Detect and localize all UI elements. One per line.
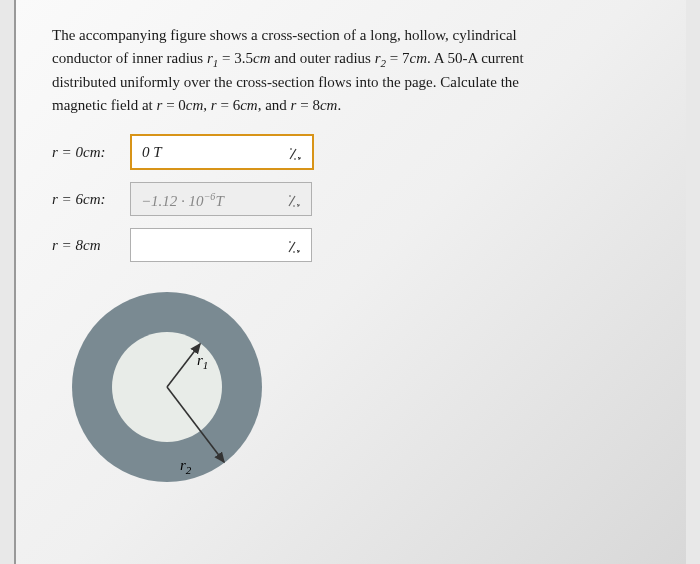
text: conductor of inner radius xyxy=(52,50,207,66)
text: and outer radius xyxy=(271,50,375,66)
var-r2: r2 xyxy=(375,50,386,66)
figure-label-r1: r1 xyxy=(197,352,208,371)
answer-label: r = 8cm xyxy=(52,237,130,254)
text: = 6 xyxy=(217,97,240,113)
unit: cm xyxy=(409,50,427,66)
unit: cm xyxy=(186,97,204,113)
answer-label: r = 0cm: xyxy=(52,144,130,161)
equation-palette-icon[interactable] xyxy=(287,229,301,261)
problem-statement: The accompanying figure shows a cross-se… xyxy=(52,24,650,116)
text: . A 50-A current xyxy=(427,50,524,66)
text: = 8 xyxy=(296,97,319,113)
answer-value: 0 T xyxy=(142,136,162,168)
text: , xyxy=(203,97,211,113)
unit: cm xyxy=(240,97,258,113)
text: magnetic field at xyxy=(52,97,157,113)
var-r1: r1 xyxy=(207,50,218,66)
figure-label-r2: r2 xyxy=(180,457,191,476)
unit: cm xyxy=(320,97,338,113)
text: = 3.5 xyxy=(218,50,253,66)
text: The accompanying figure shows a cross-se… xyxy=(52,27,517,43)
answer-input-6cm[interactable]: −1.12 · 10−6T xyxy=(130,182,312,216)
answer-input-0cm[interactable]: 0 T xyxy=(130,134,314,170)
figure-cross-section: r1 r2 xyxy=(52,282,282,492)
text: = 7 xyxy=(386,50,409,66)
text: . xyxy=(337,97,341,113)
equation-palette-icon[interactable] xyxy=(287,183,301,215)
answer-value: −1.12 · 10−6T xyxy=(141,181,224,217)
answer-row-8cm: r = 8cm xyxy=(52,228,650,262)
answer-row-0cm: r = 0cm: 0 T xyxy=(52,134,650,170)
equation-palette-icon[interactable] xyxy=(288,136,302,168)
answer-label: r = 6cm: xyxy=(52,191,130,208)
answer-input-8cm[interactable] xyxy=(130,228,312,262)
text: distributed uniformly over the cross-sec… xyxy=(52,74,519,90)
page: The accompanying figure shows a cross-se… xyxy=(14,0,686,564)
text: , and xyxy=(258,97,291,113)
answer-row-6cm: r = 6cm: −1.12 · 10−6T xyxy=(52,182,650,216)
unit: cm xyxy=(253,50,271,66)
text: = 0 xyxy=(162,97,185,113)
